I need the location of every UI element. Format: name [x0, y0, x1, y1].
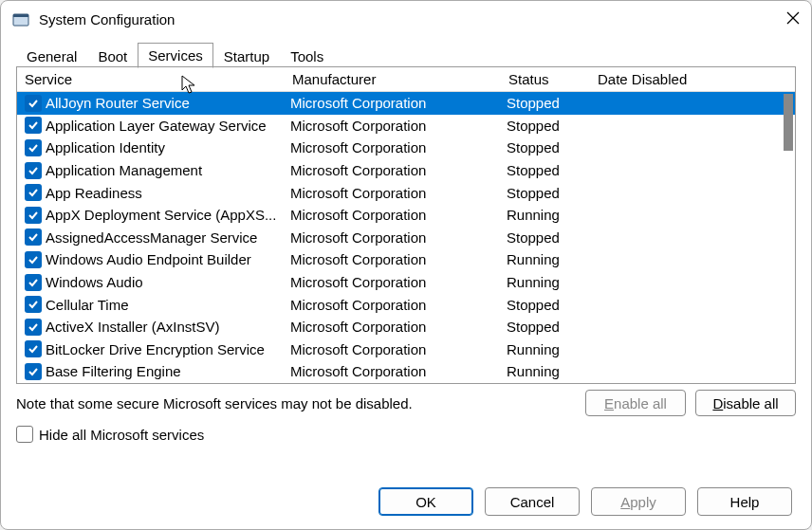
service-name: Application Management: [46, 162, 290, 178]
hide-ms-label[interactable]: Hide all Microsoft services: [39, 427, 204, 443]
apply-button[interactable]: Apply: [591, 487, 686, 516]
service-row[interactable]: ActiveX Installer (AxInstSV)Microsoft Co…: [17, 316, 795, 338]
service-row[interactable]: Application Layer Gateway ServiceMicroso…: [17, 115, 795, 137]
service-name: Cellular Time: [46, 297, 290, 313]
app-icon: [12, 11, 29, 28]
service-checkbox[interactable]: [25, 228, 42, 246]
tab-services[interactable]: Services: [138, 43, 213, 68]
service-row[interactable]: Application IdentityMicrosoft Corporatio…: [17, 137, 795, 159]
check-icon: [28, 98, 39, 109]
cancel-button[interactable]: Cancel: [485, 487, 580, 516]
service-manufacturer: Microsoft Corporation: [290, 139, 507, 155]
service-row[interactable]: Base Filtering EngineMicrosoft Corporati…: [17, 360, 795, 383]
service-manufacturer: Microsoft Corporation: [290, 319, 507, 335]
service-name: ActiveX Installer (AxInstSV): [46, 319, 290, 335]
service-row[interactable]: AssignedAccessManager ServiceMicrosoft C…: [17, 227, 795, 249]
tab-tools[interactable]: Tools: [280, 44, 334, 68]
tab-boot[interactable]: Boot: [87, 44, 138, 68]
service-checkbox[interactable]: [25, 251, 42, 268]
service-status: Stopped: [507, 319, 596, 335]
check-icon: [28, 366, 39, 377]
check-icon: [28, 187, 39, 198]
service-checkbox[interactable]: [25, 117, 42, 134]
service-manufacturer: Microsoft Corporation: [290, 274, 507, 290]
close-button[interactable]: [771, 11, 800, 28]
service-row[interactable]: Cellular TimeMicrosoft CorporationStoppe…: [17, 293, 795, 316]
service-name: Windows Audio: [46, 274, 290, 290]
service-name: Windows Audio Endpoint Builder: [46, 251, 290, 267]
svg-rect-1: [13, 14, 28, 17]
scrollbar-thumb[interactable]: [784, 94, 793, 151]
service-row[interactable]: Application ManagementMicrosoft Corporat…: [17, 159, 795, 182]
service-status: Stopped: [507, 118, 596, 134]
service-row[interactable]: AllJoyn Router ServiceMicrosoft Corporat…: [17, 92, 795, 115]
help-button[interactable]: Help: [697, 487, 792, 516]
col-header-service[interactable]: Service: [17, 71, 292, 87]
service-status: Running: [507, 207, 596, 223]
service-checkbox[interactable]: [25, 274, 42, 291]
ok-button[interactable]: OK: [378, 487, 473, 516]
dialog-footer: OK Cancel Apply Help: [1, 476, 811, 529]
service-status: Stopped: [507, 229, 596, 246]
service-checkbox[interactable]: [25, 162, 42, 179]
service-name: Application Identity: [46, 139, 290, 155]
col-header-manufacturer[interactable]: Manufacturer: [292, 71, 508, 87]
service-status: Running: [507, 274, 596, 290]
service-row[interactable]: BitLocker Drive Encryption ServiceMicros…: [17, 338, 795, 361]
service-row[interactable]: Windows Audio Endpoint BuilderMicrosoft …: [17, 248, 795, 271]
service-name: AllJoyn Router Service: [46, 95, 290, 111]
hide-ms-checkbox[interactable]: [16, 426, 33, 443]
service-checkbox[interactable]: [25, 319, 42, 336]
service-manufacturer: Microsoft Corporation: [290, 251, 507, 267]
service-name: BitLocker Drive Encryption Service: [46, 341, 290, 357]
service-checkbox[interactable]: [25, 363, 42, 380]
service-manufacturer: Microsoft Corporation: [290, 297, 507, 313]
check-icon: [28, 142, 39, 154]
service-manufacturer: Microsoft Corporation: [290, 207, 507, 223]
service-name: AssignedAccessManager Service: [46, 229, 290, 246]
disable-all-button[interactable]: Disable all: [695, 390, 796, 416]
service-status: Stopped: [507, 297, 596, 313]
service-name: App Readiness: [46, 185, 290, 201]
check-icon: [28, 119, 39, 131]
check-icon: [28, 254, 39, 265]
service-status: Running: [507, 341, 596, 357]
service-manufacturer: Microsoft Corporation: [290, 162, 507, 178]
check-icon: [28, 321, 39, 333]
tab-strip: GeneralBootServicesStartupTools: [1, 39, 811, 67]
service-manufacturer: Microsoft Corporation: [290, 363, 507, 379]
service-checkbox[interactable]: [25, 95, 42, 112]
service-status: Stopped: [507, 139, 596, 155]
service-checkbox[interactable]: [25, 139, 42, 156]
service-status: Stopped: [507, 162, 596, 178]
tab-content: Service Manufacturer Status Date Disable…: [1, 67, 811, 476]
service-manufacturer: Microsoft Corporation: [290, 229, 507, 246]
service-status: Running: [507, 363, 596, 379]
check-icon: [28, 231, 39, 243]
service-checkbox[interactable]: [25, 184, 42, 201]
check-icon: [28, 343, 39, 355]
service-checkbox[interactable]: [25, 296, 42, 313]
enable-all-button[interactable]: Enable all: [585, 390, 686, 416]
tab-startup[interactable]: Startup: [213, 44, 280, 68]
col-header-status[interactable]: Status: [508, 71, 598, 87]
service-row[interactable]: App ReadinessMicrosoft CorporationStoppe…: [17, 181, 795, 204]
service-name: AppX Deployment Service (AppXS...: [46, 207, 290, 223]
service-status: Stopped: [507, 95, 596, 111]
titlebar: System Configuration: [1, 1, 811, 39]
window-title: System Configuration: [39, 11, 771, 27]
service-row[interactable]: Windows AudioMicrosoft CorporationRunnin…: [17, 271, 795, 294]
list-rows: AllJoyn Router ServiceMicrosoft Corporat…: [17, 92, 795, 384]
service-name: Base Filtering Engine: [46, 363, 290, 379]
tab-general[interactable]: General: [16, 44, 87, 68]
msconfig-window: System Configuration GeneralBootServices…: [0, 0, 812, 530]
list-header: Service Manufacturer Status Date Disable…: [17, 67, 795, 92]
service-status: Running: [507, 251, 596, 267]
close-icon: [786, 11, 800, 25]
col-header-date-disabled[interactable]: Date Disabled: [598, 71, 795, 87]
service-manufacturer: Microsoft Corporation: [290, 341, 507, 357]
check-icon: [28, 210, 39, 221]
service-checkbox[interactable]: [25, 340, 42, 357]
service-checkbox[interactable]: [25, 207, 42, 224]
service-row[interactable]: AppX Deployment Service (AppXS...Microso…: [17, 204, 795, 227]
